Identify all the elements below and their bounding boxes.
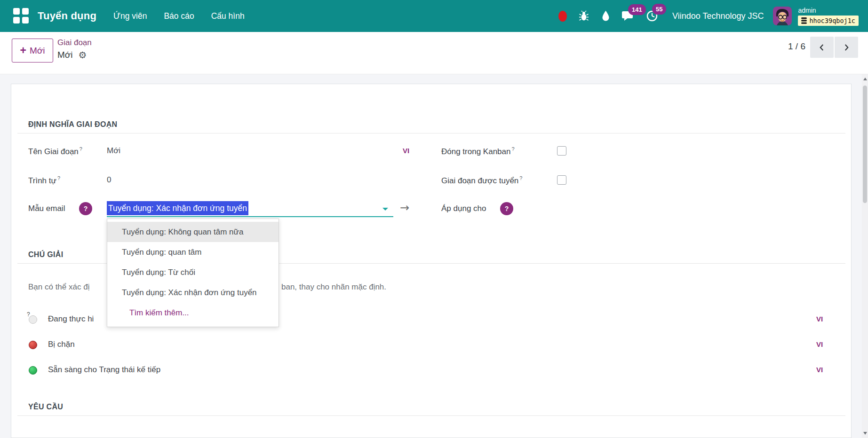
- new-record-button[interactable]: + Mới: [12, 39, 53, 63]
- database-badge: hhoc39qboj1c: [798, 16, 859, 26]
- selected-text: Tuyển dụng: Xác nhận đơn ứng tuyển: [107, 201, 248, 215]
- sequence-label: Trình tự?: [28, 175, 60, 186]
- pager-next-button[interactable]: [835, 37, 858, 58]
- legend-done-translate-button[interactable]: VI: [816, 366, 823, 374]
- breadcrumb-current: Mới: [57, 50, 73, 60]
- email-template-input[interactable]: Tuyển dụng: Xác nhận đơn ứng tuyển: [107, 201, 393, 217]
- vertical-scrollbar[interactable]: [862, 74, 868, 438]
- grid-square: [22, 17, 29, 23]
- pager-counter: 1 / 6: [775, 41, 805, 52]
- email-template-dropdown: Tuyển dụng: Không quan tâm nữa Tuyển dụn…: [107, 219, 279, 327]
- user-avatar[interactable]: [773, 7, 792, 25]
- messages-icon[interactable]: 141: [622, 10, 635, 22]
- bug-icon[interactable]: [578, 10, 589, 22]
- record-indicator-icon[interactable]: [558, 11, 567, 22]
- help-marker: ?: [80, 146, 82, 152]
- section-requirements-title: YÊU CẦU: [28, 403, 63, 411]
- grid-square: [13, 17, 20, 23]
- apply-to-label: Áp dụng cho: [441, 204, 486, 213]
- database-icon: [801, 17, 807, 24]
- plus-icon: +: [20, 45, 26, 56]
- dropdown-search-more[interactable]: Tìm kiếm thêm...: [107, 303, 279, 323]
- stage-name-input[interactable]: Mới: [107, 146, 120, 156]
- user-name: admin: [798, 7, 859, 15]
- apps-menu-icon[interactable]: [13, 8, 29, 24]
- section-divider: [17, 133, 845, 133]
- chevron-right-icon: [841, 42, 852, 53]
- database-name: hhoc39qboj1c: [809, 16, 855, 26]
- water-drop-icon[interactable]: [601, 10, 611, 22]
- legend-help-text-right: ban, thay cho nhãn mặc định.: [281, 282, 386, 292]
- legend-normal-translate-button[interactable]: VI: [816, 315, 823, 323]
- stage-name-label: Tên Giai đoạn?: [28, 146, 82, 156]
- legend-blocked-translate-button[interactable]: VI: [816, 340, 823, 348]
- dropdown-caret-icon[interactable]: [382, 208, 388, 211]
- menu-configuration[interactable]: Cấu hình: [211, 11, 245, 21]
- kanban-state-blocked-icon: [29, 341, 37, 349]
- kanban-state-question-mark: ?: [27, 311, 30, 318]
- help-marker: ?: [519, 175, 522, 181]
- scroll-down-arrow-icon[interactable]: [863, 432, 867, 435]
- top-navbar: Tuyển dụng Ứng viên Báo cáo Cấu hình: [0, 0, 868, 32]
- section-legend-title: CHÚ GIẢI: [28, 250, 63, 259]
- hired-stage-label: Giai đoạn được tuyển?: [441, 175, 522, 186]
- legend-blocked-label[interactable]: Bị chặn: [48, 340, 75, 349]
- user-menu[interactable]: admin hhoc39qboj1c: [773, 7, 859, 26]
- activities-clock-icon[interactable]: 55: [646, 10, 658, 22]
- scroll-up-arrow-icon[interactable]: [863, 78, 867, 80]
- control-panel: + Mới Giai đoạn Mới ⚙ 1 / 6: [0, 32, 868, 74]
- gear-icon[interactable]: ⚙: [79, 49, 87, 61]
- sequence-input[interactable]: 0: [107, 175, 111, 185]
- fold-label: Đóng trong Kanban?: [441, 146, 515, 156]
- legend-normal-label[interactable]: Đang thực hi: [48, 314, 94, 324]
- menu-candidates[interactable]: Ứng viên: [113, 11, 147, 21]
- dropdown-option[interactable]: Tuyển dụng: Từ chối: [107, 262, 279, 282]
- pager-previous-button[interactable]: [810, 37, 834, 58]
- scrollbar-thumb[interactable]: [863, 86, 867, 203]
- dropdown-option[interactable]: Tuyển dụng: quan tâm: [107, 242, 279, 262]
- menu-reports[interactable]: Báo cáo: [164, 11, 194, 21]
- email-template-label: Mẫu email: [28, 204, 65, 213]
- company-name[interactable]: Viindoo Technology JSC: [672, 11, 764, 21]
- breadcrumb: Mới ⚙: [57, 49, 87, 61]
- messages-count-badge: 141: [628, 4, 646, 15]
- internal-link-arrow-icon[interactable]: →: [400, 201, 409, 214]
- section-definition-title: ĐỊNH NGHĨA GIAI ĐOẠN: [28, 120, 117, 129]
- help-marker: ?: [57, 175, 60, 181]
- help-marker: ?: [511, 146, 514, 152]
- chevron-left-icon: [817, 42, 827, 53]
- apply-to-help-badge[interactable]: ?: [500, 202, 513, 215]
- dropdown-option[interactable]: Tuyển dụng: Xác nhận đơn ứng tuyển: [107, 282, 279, 303]
- fold-checkbox[interactable]: [557, 146, 566, 156]
- red-dot: [558, 11, 567, 22]
- section-divider: [17, 415, 845, 416]
- activities-count-badge: 55: [652, 4, 666, 15]
- breadcrumb-parent-link[interactable]: Giai đoạn: [57, 38, 92, 47]
- stage-name-translate-button[interactable]: VI: [403, 147, 409, 155]
- dropdown-option[interactable]: Tuyển dụng: Không quan tâm nữa: [107, 222, 279, 242]
- email-template-help-badge[interactable]: ?: [79, 202, 92, 215]
- grid-square: [13, 8, 20, 15]
- new-button-label: Mới: [30, 46, 45, 56]
- legend-help-text-left: Bạn có thể xác đị: [28, 282, 89, 292]
- hired-stage-checkbox[interactable]: [557, 175, 566, 185]
- app-title[interactable]: Tuyển dụng: [38, 10, 96, 22]
- legend-done-label[interactable]: Sẵn sàng cho Trạng thái kế tiếp: [48, 365, 160, 375]
- grid-square: [22, 8, 29, 15]
- kanban-state-done-icon: [29, 366, 37, 375]
